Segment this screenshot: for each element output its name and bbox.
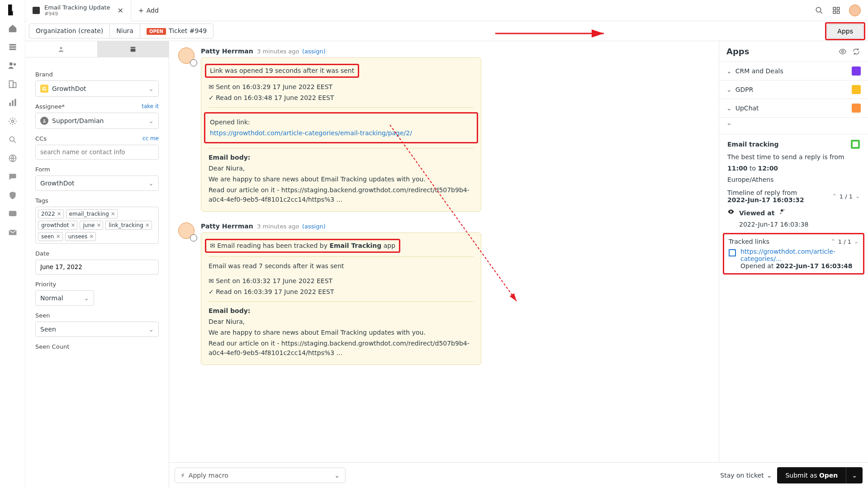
shield-icon[interactable] [7,190,18,201]
mail-nav-icon[interactable] [7,227,18,238]
seen-select[interactable]: Seen ⌄ [35,322,159,337]
properties-tab-ticket[interactable] [97,41,169,57]
admin-gear-icon[interactable] [7,116,18,127]
message-timestamp: 3 minutes ago [257,48,299,55]
svg-rect-7 [9,103,10,106]
stay-on-ticket-select[interactable]: Stay on ticket ⌄ [720,472,772,479]
brand-logo-icon[interactable] [7,5,18,15]
close-icon[interactable]: ✕ [115,6,126,15]
tag-item[interactable]: growthdot ✕ [38,221,77,230]
app-section-upchat[interactable]: ⌄ UpChat [719,99,868,117]
submit-button[interactable]: Submit as Open [777,467,846,483]
breadcrumb-ticket[interactable]: OPENTicket #949 [140,24,213,38]
tag-item[interactable]: seen ✕ [38,232,63,241]
chat-icon[interactable] [7,171,18,182]
svg-rect-18 [833,11,835,14]
profile-avatar[interactable] [849,5,861,16]
ticket-bottom-bar: ⚡ Apply macro ⌄ Stay on ticket ⌄ Submit … [169,462,868,488]
assignee-label: Assignee* [35,103,65,110]
plus-icon: + [138,7,144,14]
chevron-right-icon[interactable]: ⌄ [854,238,859,245]
properties-tab-user[interactable] [25,41,97,57]
opened-link[interactable]: https://growthdot.com/article-categories… [210,129,412,137]
macro-icon: ⚡ [180,472,185,479]
brand-select[interactable]: G GrowthDot ⌄ [35,81,159,97]
assign-link[interactable]: (assign) [302,48,326,55]
svg-point-24 [43,119,45,121]
org-icon[interactable] [7,79,18,90]
ticket-tab[interactable]: Email Tracking Update #949 ✕ [27,0,131,21]
svg-point-15 [816,7,821,12]
remove-tag-icon[interactable]: ✕ [111,211,115,217]
priority-label: Priority [35,281,159,288]
highlight-annotation: Opened link: https://growthdot.com/artic… [204,112,478,143]
author-avatar[interactable] [178,47,194,64]
eye-icon[interactable] [838,47,847,56]
app-section-collapse[interactable]: ⌃ [719,117,868,134]
cc-me-link[interactable]: cc me [142,135,159,142]
assign-link[interactable]: (assign) [302,223,326,230]
app-section-crm[interactable]: ⌄ CRM and Deals [719,62,868,80]
apps-panel-button[interactable]: Apps [827,24,863,38]
tab-subtitle: #949 [44,11,110,17]
ticket-tab-icon [33,7,40,14]
remove-tag-icon[interactable]: ✕ [96,222,101,228]
chevron-right-icon[interactable]: ⌄ [855,193,860,199]
add-tab-button[interactable]: + Add [131,7,166,14]
tracked-link[interactable]: https://growthdot.com/article-categories… [740,248,835,262]
tag-item[interactable]: unsees ✕ [65,232,96,241]
globe-icon[interactable] [7,153,18,164]
remove-tag-icon[interactable]: ✕ [57,211,62,217]
message-item: Patty Herrman 3 minutes ago (assign) ✉ E… [169,216,719,370]
remove-tag-icon[interactable]: ✕ [71,222,75,228]
message-icon[interactable] [7,208,18,219]
refresh-icon[interactable] [852,47,861,56]
apps-grid-icon[interactable] [832,6,841,15]
svg-point-21 [60,47,62,49]
form-select[interactable]: GrowthDot ⌄ [35,175,159,191]
form-label: Form [35,166,159,173]
take-it-link[interactable]: take it [142,103,159,110]
chevron-down-icon: ⌄ [767,472,772,479]
customers-icon[interactable] [7,60,18,71]
highlight-annotation: ✉ Email reading has been tracked by Emai… [205,239,400,253]
breadcrumb-org[interactable]: Organization (create) [29,24,110,38]
date-label: Date [35,250,159,257]
reports-icon[interactable] [7,97,18,108]
remove-tag-icon[interactable]: ✕ [89,233,94,240]
chevron-down-icon: ⌄ [148,85,154,92]
apply-macro-select[interactable]: ⚡ Apply macro ⌄ [175,468,346,483]
app-section-gdpr[interactable]: ⌄ GDPR [719,80,868,99]
assignee-select[interactable]: Support/Damian ⌄ [35,113,159,129]
priority-select[interactable]: Normal ⌄ [35,290,94,306]
message-body: ✉ Email reading has been tracked by Emai… [201,232,481,365]
author-name: Patty Herrman [201,47,253,55]
svg-rect-17 [837,7,840,9]
search-app-icon[interactable] [7,134,18,145]
breadcrumb-bar: Organization (create) Niura OPENTicket #… [0,21,868,41]
svg-rect-19 [837,11,840,14]
author-avatar[interactable] [178,223,194,239]
svg-point-4 [13,63,16,66]
chevron-up-icon: ⌃ [726,122,732,129]
chevron-down-icon: ⌄ [148,326,154,333]
search-icon[interactable] [815,6,824,15]
home-icon[interactable] [7,23,18,34]
remove-tag-icon[interactable]: ✕ [56,233,61,240]
svg-text:?: ? [783,208,785,212]
ccs-input[interactable] [35,145,159,160]
tag-item[interactable]: 2022 ✕ [38,209,64,218]
svg-point-27 [730,211,732,213]
remove-tag-icon[interactable]: ✕ [145,222,150,228]
chevron-left-icon[interactable]: ⌃ [831,238,835,245]
tag-item[interactable]: june ✕ [80,221,103,230]
views-icon[interactable] [7,42,18,52]
tag-item[interactable]: link_tracking ✕ [105,221,152,230]
chevron-left-icon[interactable]: ⌃ [832,193,837,199]
svg-point-26 [842,50,844,52]
breadcrumb-user[interactable]: Niura [110,24,140,38]
tags-input[interactable]: 2022 ✕email_tracking ✕growthdot ✕june ✕l… [35,207,159,244]
date-input[interactable] [35,260,159,275]
tag-item[interactable]: email_tracking ✕ [66,209,118,218]
submit-dropdown-button[interactable]: ⌄ [846,467,863,483]
